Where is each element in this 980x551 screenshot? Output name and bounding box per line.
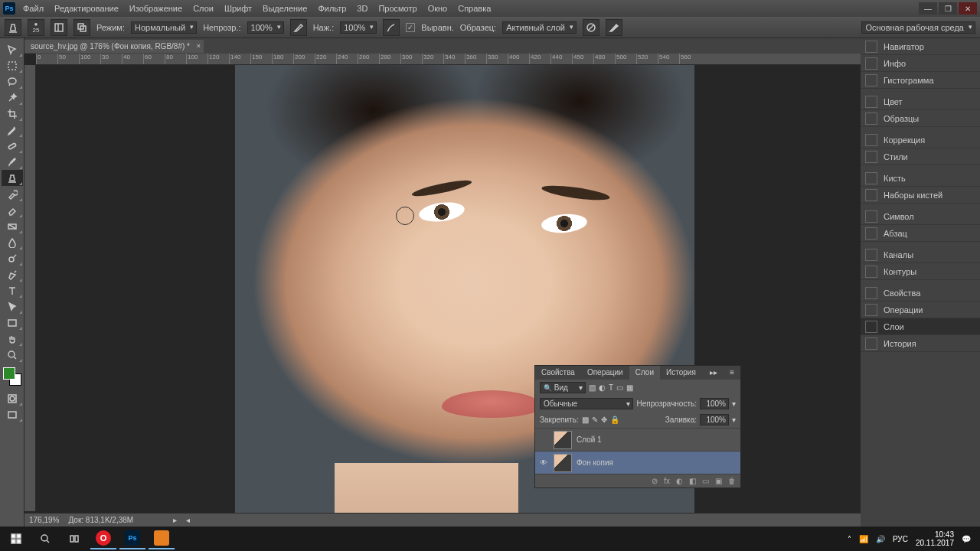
scroll-left-icon[interactable]: ◂ bbox=[186, 516, 190, 524]
eraser-tool[interactable] bbox=[2, 202, 23, 218]
group-icon[interactable]: ▭ bbox=[702, 477, 709, 485]
gradient-tool[interactable] bbox=[2, 218, 23, 234]
sample-select[interactable]: Активный слой bbox=[502, 21, 577, 34]
menu-filter[interactable]: Фильтр bbox=[318, 4, 346, 13]
fill-input[interactable]: 100% bbox=[700, 414, 729, 425]
panel-item[interactable]: Символ bbox=[861, 208, 980, 225]
wand-tool[interactable] bbox=[2, 90, 23, 106]
type-tool[interactable] bbox=[2, 282, 23, 298]
pressure-size-toggle[interactable] bbox=[606, 19, 622, 36]
tray-notifications-icon[interactable]: 💬 bbox=[962, 535, 971, 543]
eyedropper-tool[interactable] bbox=[2, 122, 23, 138]
dodge-tool[interactable] bbox=[2, 250, 23, 266]
panel-item[interactable]: Свойства bbox=[861, 285, 980, 302]
tab-history[interactable]: История bbox=[660, 366, 702, 380]
opacity-layer-input[interactable]: 100% bbox=[700, 398, 729, 409]
menu-file[interactable]: Файл bbox=[23, 4, 44, 13]
opacity-slider-icon[interactable]: ▾ bbox=[732, 399, 736, 408]
start-button[interactable] bbox=[3, 528, 29, 549]
filter-shape-icon[interactable]: ▭ bbox=[616, 383, 623, 392]
menu-image[interactable]: Изображение bbox=[129, 4, 182, 13]
blend-mode-layer-select[interactable]: Обычные bbox=[540, 398, 633, 409]
menu-view[interactable]: Просмотр bbox=[378, 4, 416, 13]
panel-item[interactable]: История bbox=[861, 335, 980, 352]
tab-properties[interactable]: Свойства bbox=[535, 366, 581, 380]
lasso-tool[interactable] bbox=[2, 73, 23, 90]
layer-name[interactable]: Фон копия bbox=[577, 458, 613, 467]
blur-tool[interactable] bbox=[2, 234, 23, 250]
tab-layers[interactable]: Слои bbox=[629, 366, 660, 380]
fx-icon[interactable]: fx bbox=[664, 477, 670, 485]
color-swatch[interactable] bbox=[3, 367, 21, 386]
crop-tool[interactable] bbox=[2, 106, 23, 122]
menu-help[interactable]: Справка bbox=[458, 4, 491, 13]
current-tool-icon[interactable] bbox=[5, 19, 21, 36]
shape-tool[interactable] bbox=[2, 315, 23, 331]
panel-item[interactable]: Наборы кистей bbox=[861, 187, 980, 204]
pen-tool[interactable] bbox=[2, 266, 23, 282]
close-button[interactable]: ✕ bbox=[959, 2, 977, 15]
tray-network-icon[interactable]: 📶 bbox=[859, 535, 868, 543]
tray-chevron-icon[interactable]: ˄ bbox=[848, 535, 851, 543]
healing-tool[interactable] bbox=[2, 138, 23, 154]
quickmask-toggle[interactable] bbox=[2, 390, 23, 406]
menu-layer[interactable]: Слои bbox=[193, 4, 214, 13]
adjustment-icon[interactable]: ◧ bbox=[689, 477, 696, 485]
layer-name[interactable]: Слой 1 bbox=[577, 435, 602, 444]
lock-all-icon[interactable]: 🔒 bbox=[610, 416, 619, 424]
panel-item[interactable]: Гистограмма bbox=[861, 72, 980, 89]
ignore-adj-toggle[interactable] bbox=[583, 19, 599, 36]
recorder-button[interactable] bbox=[149, 528, 175, 549]
panel-item[interactable]: Навигатор bbox=[861, 38, 980, 55]
path-select-tool[interactable] bbox=[2, 298, 23, 315]
panel-item[interactable]: Каналы bbox=[861, 246, 980, 263]
clone-source-toggle[interactable] bbox=[74, 19, 90, 36]
aligned-checkbox[interactable]: ✓ bbox=[406, 23, 415, 32]
layer-row[interactable]: Слой 1 bbox=[535, 428, 740, 451]
fill-slider-icon[interactable]: ▾ bbox=[732, 416, 736, 424]
filter-adjust-icon[interactable]: ◐ bbox=[599, 383, 606, 392]
filter-smart-icon[interactable]: ▦ bbox=[626, 383, 633, 392]
menu-select[interactable]: Выделение bbox=[263, 4, 307, 13]
maximize-button[interactable]: ❐ bbox=[939, 2, 957, 15]
ruler-horizontal[interactable]: 0501003040608010012014015018020022024026… bbox=[36, 54, 861, 65]
brush-preset-picker[interactable]: ●25 bbox=[28, 19, 44, 36]
marquee-tool[interactable] bbox=[2, 57, 23, 73]
hand-tool[interactable] bbox=[2, 331, 23, 347]
pressure-opacity-toggle[interactable] bbox=[290, 19, 307, 36]
zoom-tool[interactable] bbox=[2, 347, 23, 363]
brush-tool[interactable] bbox=[2, 154, 23, 170]
tab-actions[interactable]: Операции bbox=[581, 366, 629, 380]
panel-item[interactable]: Кисть bbox=[861, 170, 980, 187]
trash-icon[interactable]: 🗑 bbox=[728, 477, 736, 485]
zoom-level[interactable]: 176,19% bbox=[29, 516, 59, 524]
taskview-button[interactable] bbox=[61, 528, 87, 549]
panel-item[interactable]: Коррекция bbox=[861, 132, 980, 148]
menu-3d[interactable]: 3D bbox=[357, 4, 368, 13]
panel-item[interactable]: Абзац bbox=[861, 225, 980, 242]
doc-size[interactable]: Док: 813,1K/2,38M bbox=[68, 516, 133, 524]
tray-clock[interactable]: 10:43 20.11.2017 bbox=[916, 530, 954, 547]
blend-mode-select[interactable]: Нормальный bbox=[131, 21, 197, 34]
layer-kind-select[interactable]: 🔍 Вид bbox=[540, 382, 586, 393]
screenmode-toggle[interactable] bbox=[2, 406, 23, 422]
panel-collapse-icon[interactable]: ▸▸ bbox=[704, 366, 724, 380]
filter-pixel-icon[interactable]: ▧ bbox=[589, 383, 596, 392]
tray-volume-icon[interactable]: 🔊 bbox=[876, 535, 885, 543]
stamp-tool[interactable] bbox=[2, 170, 23, 186]
airbrush-toggle[interactable] bbox=[383, 19, 400, 36]
panel-item[interactable]: Слои bbox=[861, 318, 980, 335]
move-tool[interactable] bbox=[2, 41, 23, 57]
layer-row[interactable]: 👁 Фон копия bbox=[535, 451, 740, 474]
brush-panel-toggle[interactable] bbox=[51, 19, 67, 36]
document-tab[interactable]: source_hv.jpg @ 176% (Фон копия, RGB/8#)… bbox=[24, 40, 204, 53]
panel-item[interactable]: Операции bbox=[861, 302, 980, 318]
new-layer-icon[interactable]: ▣ bbox=[715, 477, 722, 485]
lock-pos-icon[interactable]: ✥ bbox=[601, 416, 607, 424]
lock-trans-icon[interactable]: ▩ bbox=[582, 416, 589, 424]
panel-item[interactable]: Инфо bbox=[861, 55, 980, 72]
link-layers-icon[interactable]: ⊘ bbox=[652, 477, 658, 485]
lock-paint-icon[interactable]: ✎ bbox=[592, 416, 598, 424]
panel-item[interactable]: Цвет bbox=[861, 93, 980, 110]
panel-item[interactable]: Стили bbox=[861, 148, 980, 165]
